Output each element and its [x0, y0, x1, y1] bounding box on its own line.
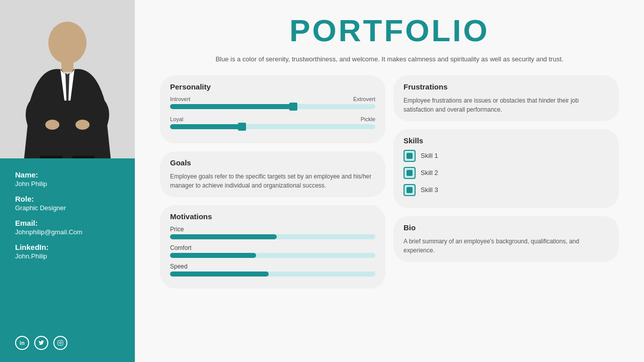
motivations-card: Motivations Price Comfort Speed	[160, 205, 385, 289]
comfort-fill	[170, 253, 256, 258]
svg-rect-6	[72, 156, 95, 158]
twitter-icon[interactable]	[34, 336, 48, 350]
loyal-thumb[interactable]	[238, 123, 246, 131]
role-label: Role:	[15, 195, 83, 203]
portfolio-subtitle: Blue is a color of serenity, trustworthi…	[160, 54, 619, 64]
portfolio-title: PORTFOLIO	[160, 15, 619, 46]
svg-rect-7	[58, 340, 63, 345]
speed-label: Speed	[170, 263, 375, 270]
cards-grid: Personality Introvert Extrovert Loyal Pi…	[160, 75, 619, 352]
name-value: John Philip	[15, 180, 83, 188]
instagram-icon[interactable]	[53, 336, 67, 350]
linkedin-value: John.Philip	[15, 252, 83, 260]
comfort-label: Comfort	[170, 244, 375, 251]
skill-3-label: Skill 3	[421, 186, 438, 194]
introvert-label: Introvert	[170, 96, 190, 102]
social-icons-container: in	[0, 336, 83, 362]
loyal-label: Loyal	[170, 116, 183, 122]
skill-2-label: Skill 2	[421, 169, 438, 176]
skill-row-2: Skill 2	[404, 167, 609, 179]
goals-header: Goals	[170, 158, 375, 167]
skills-header: Skills	[404, 136, 609, 145]
skill-3-checkbox[interactable]	[404, 184, 416, 196]
goals-text: Employee goals refer to the specific tar…	[170, 172, 375, 190]
personality-card: Personality Introvert Extrovert Loyal Pi…	[160, 75, 385, 143]
introvert-thumb[interactable]	[289, 103, 297, 111]
email-label: Email:	[15, 219, 83, 227]
sidebar-info: Name: John Philip Role: Graphic Designer…	[0, 158, 98, 336]
profile-photo	[0, 0, 135, 158]
introvert-track[interactable]	[170, 104, 375, 109]
loyal-track[interactable]	[170, 124, 375, 129]
extrovert-label: Extrovert	[353, 96, 375, 102]
loyal-fill	[170, 124, 242, 129]
bio-card: Bio A brief summary of an employee's bac…	[393, 216, 619, 262]
main-content: PORTFOLIO Blue is a color of serenity, t…	[135, 0, 644, 362]
motivations-header: Motivations	[170, 212, 375, 221]
motivation-price: Price	[170, 226, 375, 239]
email-value: Johnphilip@gmail.Com	[15, 228, 83, 236]
linkedin-icon[interactable]: in	[15, 336, 29, 350]
svg-rect-2	[61, 62, 73, 72]
svg-point-9	[61, 341, 62, 342]
speed-track	[170, 272, 375, 277]
personality-header: Personality	[170, 82, 375, 91]
frustrations-card: Frustrations Employee frustrations are i…	[393, 75, 619, 121]
linkedin-label: LinkedIn:	[15, 243, 83, 251]
speed-fill	[170, 272, 269, 277]
price-track	[170, 234, 375, 239]
left-column: Personality Introvert Extrovert Loyal Pi…	[160, 75, 385, 352]
motivation-comfort: Comfort	[170, 244, 375, 258]
skill-2-checkbox[interactable]	[404, 167, 416, 179]
price-label: Price	[170, 226, 375, 233]
slider-introvert-extrovert: Introvert Extrovert	[170, 96, 375, 109]
svg-point-4	[75, 120, 90, 130]
skill-row-1: Skill 1	[404, 150, 609, 162]
introvert-fill	[170, 104, 293, 109]
sidebar: Name: John Philip Role: Graphic Designer…	[0, 0, 135, 362]
svg-point-8	[59, 342, 61, 344]
skill-1-label: Skill 1	[421, 152, 438, 159]
skill-row-3: Skill 3	[404, 184, 609, 196]
price-fill	[170, 234, 277, 239]
motivation-speed: Speed	[170, 263, 375, 277]
name-label: Name:	[15, 170, 83, 179]
svg-point-1	[48, 22, 87, 64]
skill-1-checkbox[interactable]	[404, 150, 416, 162]
skills-card: Skills Skill 1 Skill 2	[393, 129, 619, 208]
svg-rect-5	[40, 156, 62, 158]
pickle-label: Pickle	[361, 116, 375, 122]
goals-card: Goals Employee goals refer to the specif…	[160, 151, 385, 197]
right-column: Frustrations Employee frustrations are i…	[393, 75, 619, 352]
slider-loyal-pickle: Loyal Pickle	[170, 116, 375, 129]
comfort-track	[170, 253, 375, 258]
frustrations-header: Frustrations	[404, 82, 609, 91]
frustrations-text: Employee frustrations are issues or obst…	[404, 96, 609, 114]
bio-header: Bio	[404, 223, 609, 232]
svg-point-3	[45, 120, 59, 130]
bio-text: A brief summary of an employee's backgro…	[404, 237, 609, 255]
role-value: Graphic Designer	[15, 204, 83, 212]
